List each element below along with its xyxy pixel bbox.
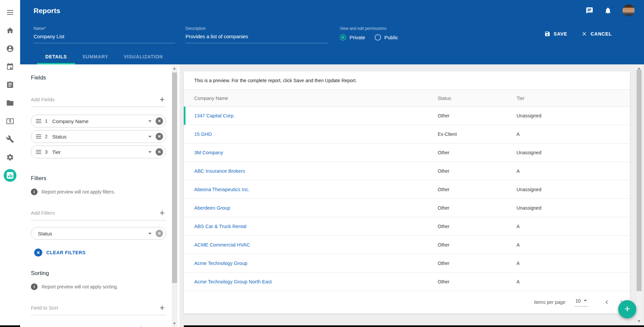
sorting-section-title: Sorting — [31, 270, 166, 277]
description-label: Description — [185, 26, 328, 31]
company-link[interactable]: ACME Commercial HVAC — [194, 242, 438, 248]
status-cell: Other — [438, 168, 517, 174]
window-edge — [0, 325, 20, 327]
billing-icon: $ — [6, 118, 14, 124]
column-header[interactable]: Tier — [517, 96, 630, 101]
description-input[interactable]: Provides a list of companies — [185, 34, 328, 43]
chat-button[interactable] — [586, 7, 593, 14]
scroll-up-icon[interactable] — [173, 67, 176, 69]
remove-filter-button[interactable]: ✕ — [156, 230, 163, 237]
field-list: 1 Company Name ✕ 2 Status ✕ 3 Tier — [31, 115, 166, 158]
company-link[interactable]: ABS Car & Truck Rental — [194, 224, 438, 229]
tier-cell: Unassigned — [517, 150, 630, 155]
company-link[interactable]: ABC Insurance Brokers — [194, 168, 438, 174]
company-link[interactable]: 3M Company — [194, 150, 438, 155]
field-select[interactable]: Company Name — [52, 118, 148, 124]
sort-count-row: Count ORDER — [31, 325, 166, 327]
scrollbar-thumb[interactable] — [637, 70, 642, 291]
tab[interactable]: SUMMARY — [82, 54, 108, 64]
status-cell: Ex-Client — [438, 131, 517, 137]
nav-calendar[interactable] — [4, 60, 16, 73]
permission-radio[interactable]: Private — [340, 34, 365, 41]
permission-radio[interactable]: Public — [375, 34, 398, 41]
nav-settings[interactable] — [4, 151, 16, 164]
report-config-panel: Fields Add Fields + 1 Company Name ✕ 2 S… — [20, 64, 179, 327]
remove-field-button[interactable]: ✕ — [156, 117, 163, 125]
filter-select[interactable]: Status — [38, 231, 148, 236]
column-header[interactable]: Company Name — [194, 96, 438, 101]
page-scrollbar[interactable] — [636, 65, 642, 325]
radio-icon — [340, 34, 346, 41]
clear-filters-button[interactable]: ✕ CLEAR FILTERS — [34, 249, 86, 257]
nav-reports-active[interactable] — [4, 169, 16, 182]
calendar-icon — [6, 63, 14, 71]
remove-field-button[interactable]: ✕ — [156, 148, 163, 156]
previous-page-button[interactable] — [603, 298, 610, 306]
field-pill: 1 Company Name ✕ — [31, 115, 166, 127]
menu-button[interactable] — [4, 6, 16, 19]
pagination-bar: Items per page 10 — [184, 291, 630, 313]
field-select[interactable]: Tier — [52, 149, 148, 155]
nav-billing[interactable]: $ — [4, 115, 16, 127]
tab[interactable]: DETAILS — [45, 54, 67, 64]
tier-cell: A — [517, 261, 630, 266]
status-cell: Other — [438, 205, 517, 211]
chevron-down-icon[interactable] — [148, 151, 152, 153]
cancel-button[interactable]: CANCEL — [581, 31, 612, 37]
nav-contacts[interactable] — [4, 42, 16, 55]
table-row: ACME Commercial HVAC Other A — [184, 236, 630, 254]
add-sort-field-button[interactable]: + — [158, 304, 166, 311]
remove-field-button[interactable]: ✕ — [156, 133, 163, 140]
nav-home[interactable] — [4, 24, 16, 37]
user-avatar[interactable] — [623, 4, 635, 16]
drag-handle-icon[interactable] — [36, 134, 41, 139]
add-fields-button[interactable]: + — [158, 96, 166, 103]
table-row: 1347 Capital Corp. Other Unassigned — [184, 107, 630, 125]
tier-cell: Unassigned — [517, 187, 630, 192]
company-link[interactable]: Acme Technology Group — [194, 261, 438, 266]
notifications-button[interactable] — [604, 7, 612, 14]
drag-handle-icon[interactable] — [36, 150, 41, 154]
app-rail: $ — [0, 0, 20, 327]
company-link[interactable]: 15 GHD — [194, 131, 438, 137]
scroll-down-icon[interactable] — [638, 320, 640, 322]
save-button[interactable]: SAVE — [544, 31, 567, 37]
field-order: 2 — [45, 134, 48, 139]
page-title: Reports — [34, 7, 60, 15]
drag-handle-icon[interactable] — [36, 119, 41, 123]
chevron-down-icon[interactable] — [148, 120, 152, 122]
status-cell: Other — [438, 113, 517, 118]
filters-section-title: Filters — [31, 175, 166, 182]
status-cell: Other — [438, 242, 517, 248]
order-button[interactable]: ORDER — [138, 325, 166, 327]
field-select[interactable]: Status — [52, 134, 148, 140]
tier-cell: A — [517, 242, 630, 248]
company-link[interactable]: Acme Technology Group North East — [194, 279, 438, 284]
scrollbar-thumb[interactable] — [172, 72, 177, 283]
company-link[interactable]: Abeona Therapeutics Inc. — [194, 187, 438, 192]
column-header[interactable]: Status — [438, 96, 517, 101]
chevron-down-icon — [584, 300, 587, 302]
nav-tasks[interactable] — [4, 78, 16, 91]
chevron-down-icon[interactable] — [148, 233, 152, 234]
add-filters-button[interactable]: + — [158, 209, 166, 216]
scroll-down-icon[interactable] — [173, 323, 176, 325]
company-link[interactable]: Aberdeen Group — [194, 205, 438, 211]
field-to-sort-label: Field to Sort — [31, 305, 58, 311]
page-size-select[interactable]: 10 — [575, 298, 588, 307]
tools-icon — [6, 135, 14, 143]
chevron-down-icon[interactable] — [148, 136, 152, 138]
menu-icon — [7, 10, 13, 15]
nav-tools[interactable] — [4, 133, 16, 146]
add-report-fab[interactable]: + — [618, 300, 636, 318]
panel-scrollbar[interactable] — [172, 65, 177, 327]
tab[interactable]: VISUALIZATION — [124, 54, 163, 64]
scroll-up-icon[interactable] — [638, 67, 640, 69]
chat-icon — [586, 7, 593, 14]
tier-cell: A — [517, 168, 630, 174]
clear-filters-icon: ✕ — [34, 249, 42, 257]
company-link[interactable]: 1347 Capital Corp. — [194, 113, 438, 118]
name-input[interactable]: Company List — [34, 34, 175, 43]
nav-documents[interactable] — [4, 97, 16, 109]
table-body: 1347 Capital Corp. Other Unassigned 15 G… — [184, 107, 630, 291]
